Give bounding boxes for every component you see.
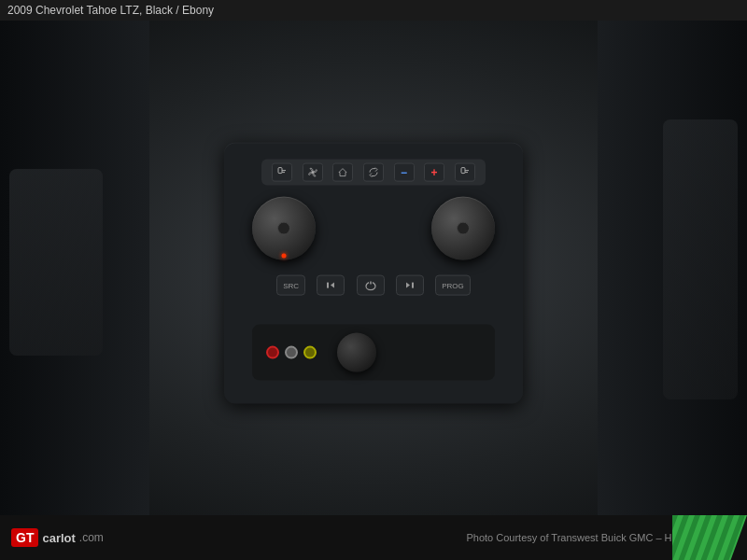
car-interior: − + — [0, 21, 747, 515]
bottom-bar: GT carlot .com Photo Courtesy of Transwe… — [0, 515, 747, 560]
logo-gt-text: GT — [11, 528, 38, 547]
fan-button[interactable] — [303, 163, 323, 182]
climate-button-row: − + — [261, 160, 486, 186]
gtcarlot-logo: GT carlot .com — [11, 528, 104, 547]
vehicle-interior: Ebony — [182, 4, 214, 17]
svg-rect-13 — [672, 515, 747, 560]
svg-marker-7 — [331, 283, 334, 288]
svg-rect-8 — [327, 283, 329, 288]
media-button-row: SRC — [271, 273, 476, 298]
seat-left — [9, 169, 103, 356]
seat-heat-right-button[interactable] — [455, 163, 475, 182]
knobs-row — [252, 197, 495, 260]
center-console: − + — [224, 143, 523, 404]
src-button[interactable]: SRC — [276, 275, 305, 296]
vehicle-title: 2009 Chevrolet Tahoe LTZ, — [7, 4, 142, 17]
next-button[interactable] — [396, 275, 424, 296]
title-bar: 2009 Chevrolet Tahoe LTZ, Black / Ebony — [0, 0, 747, 21]
power-button[interactable] — [357, 275, 385, 296]
recirculate-button[interactable] — [363, 163, 384, 182]
defrost-button[interactable] — [332, 163, 353, 182]
vehicle-color: Black — [146, 4, 173, 17]
av-knob[interactable] — [337, 333, 376, 372]
right-knob[interactable] — [431, 197, 495, 260]
seat-right — [663, 119, 738, 399]
plus-icon: + — [431, 166, 438, 179]
av-dot-red — [266, 346, 279, 359]
av-dots — [266, 346, 317, 359]
av-inputs-area — [252, 325, 495, 381]
left-knob[interactable] — [252, 197, 316, 260]
temp-minus-button[interactable]: − — [394, 163, 415, 182]
prev-button[interactable] — [317, 275, 345, 296]
stripes-decoration — [672, 515, 747, 560]
logo-carlot-text: carlot — [42, 531, 75, 545]
av-dot-yellow — [303, 346, 317, 359]
svg-marker-9 — [406, 283, 410, 288]
knob-led — [282, 254, 287, 259]
svg-rect-10 — [412, 283, 414, 288]
photo-area: − + — [0, 21, 747, 515]
seat-heat-left-button[interactable] — [272, 163, 292, 182]
av-dot-white — [285, 346, 298, 359]
temp-plus-button[interactable]: + — [424, 163, 444, 182]
svg-rect-0 — [278, 168, 282, 174]
svg-rect-4 — [461, 168, 465, 174]
logo-com-text: .com — [79, 531, 104, 544]
minus-icon: − — [401, 166, 407, 179]
prog-button[interactable]: PROG — [435, 275, 471, 296]
